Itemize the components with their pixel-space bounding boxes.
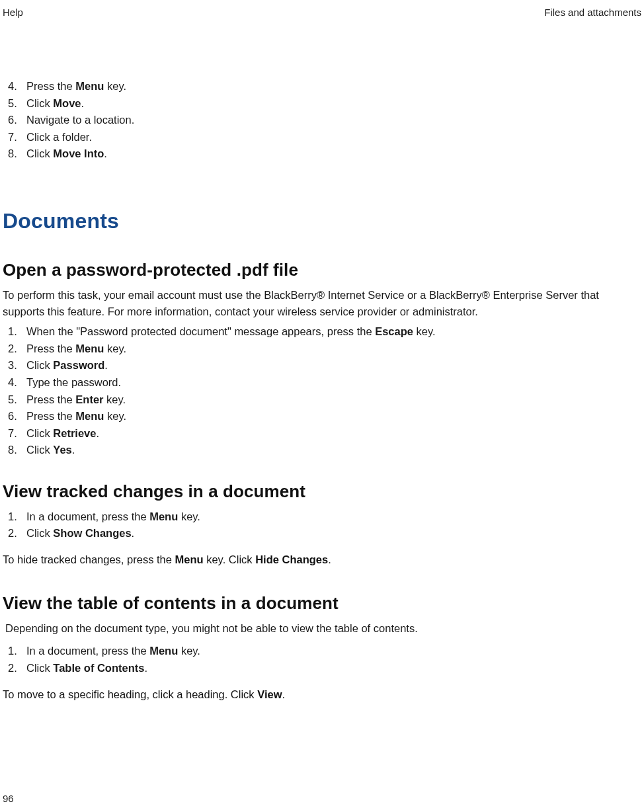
paragraph: Depending on the document type, you migh…: [5, 620, 641, 637]
sub3-steps-list: 1.In a document, press the Menu key. 2.C…: [3, 643, 641, 676]
step-text: Press the Menu key.: [26, 408, 641, 425]
step-text: When the "Password protected document" m…: [26, 323, 641, 341]
page-content: 4.Press the Menu key. 5.Click Move. 6.Na…: [3, 78, 641, 702]
step-text: Press the Menu key.: [26, 341, 641, 358]
step-text: Press the Enter key.: [26, 391, 641, 409]
list-item: 2.Click Show Changes.: [8, 525, 641, 542]
list-item: 2.Press the Menu key.: [8, 341, 641, 358]
intro-steps-list: 4.Press the Menu key. 5.Click Move. 6.Na…: [3, 78, 641, 163]
list-item: 3.Click Password.: [8, 357, 641, 374]
list-item: 8.Click Yes.: [8, 442, 641, 459]
step-text: Click Table of Contents.: [26, 660, 641, 677]
step-number: 6.: [8, 112, 26, 129]
list-item: 7.Click a folder.: [8, 129, 641, 146]
list-item: 4.Press the Menu key.: [8, 78, 641, 95]
list-item: 5.Click Move.: [8, 95, 641, 112]
step-number: 1.: [8, 323, 26, 341]
list-item: 4.Type the password.: [8, 374, 641, 391]
subsection-open-pdf: Open a password-protected .pdf file: [3, 260, 641, 280]
step-text: Click Yes.: [26, 442, 641, 459]
step-number: 5.: [8, 391, 26, 409]
paragraph: To hide tracked changes, press the Menu …: [3, 551, 641, 568]
step-number: 1.: [8, 508, 26, 526]
step-number: 1.: [8, 643, 26, 660]
step-number: 2.: [8, 525, 26, 542]
step-number: 6.: [8, 408, 26, 425]
list-item: 6.Press the Menu key.: [8, 408, 641, 425]
section-heading-documents: Documents: [3, 209, 641, 233]
step-number: 5.: [8, 95, 26, 112]
header-left: Help: [3, 7, 23, 18]
step-number: 8.: [8, 145, 26, 163]
step-text: Click a folder.: [26, 129, 641, 146]
step-text: Type the password.: [26, 374, 641, 391]
step-text: Click Move.: [26, 95, 641, 112]
list-item: 7.Click Retrieve.: [8, 425, 641, 442]
step-text: Click Move Into.: [26, 145, 641, 163]
list-item: 8.Click Move Into.: [8, 145, 641, 163]
list-item: 2.Click Table of Contents.: [8, 660, 641, 677]
header-right: Files and attachments: [544, 7, 641, 18]
step-number: 2.: [8, 341, 26, 358]
step-number: 8.: [8, 442, 26, 459]
step-text: Click Show Changes.: [26, 525, 641, 542]
sub2-steps-list: 1.In a document, press the Menu key. 2.C…: [3, 508, 641, 542]
step-number: 4.: [8, 78, 26, 95]
step-number: 2.: [8, 660, 26, 677]
list-item: 5.Press the Enter key.: [8, 391, 641, 409]
paragraph: To move to a specific heading, click a h…: [3, 686, 641, 703]
list-item: 6.Navigate to a location.: [8, 112, 641, 129]
subsection-table-of-contents: View the table of contents in a document: [3, 593, 641, 614]
step-number: 7.: [8, 129, 26, 146]
step-number: 4.: [8, 374, 26, 391]
step-number: 3.: [8, 357, 26, 374]
list-item: 1.When the "Password protected document"…: [8, 323, 641, 341]
step-text: In a document, press the Menu key.: [26, 643, 641, 660]
sub1-steps-list: 1.When the "Password protected document"…: [3, 323, 641, 459]
paragraph: To perform this task, your email account…: [3, 287, 641, 320]
list-item: 1.In a document, press the Menu key.: [8, 643, 641, 660]
page-header: Help Files and attachments: [0, 7, 644, 18]
step-text: Navigate to a location.: [26, 112, 641, 129]
page-number: 96: [3, 793, 14, 804]
step-text: Click Retrieve.: [26, 425, 641, 442]
list-item: 1.In a document, press the Menu key.: [8, 508, 641, 526]
step-text: Press the Menu key.: [26, 78, 641, 95]
step-text: In a document, press the Menu key.: [26, 508, 641, 526]
subsection-tracked-changes: View tracked changes in a document: [3, 481, 641, 502]
step-text: Click Password.: [26, 357, 641, 374]
step-number: 7.: [8, 425, 26, 442]
